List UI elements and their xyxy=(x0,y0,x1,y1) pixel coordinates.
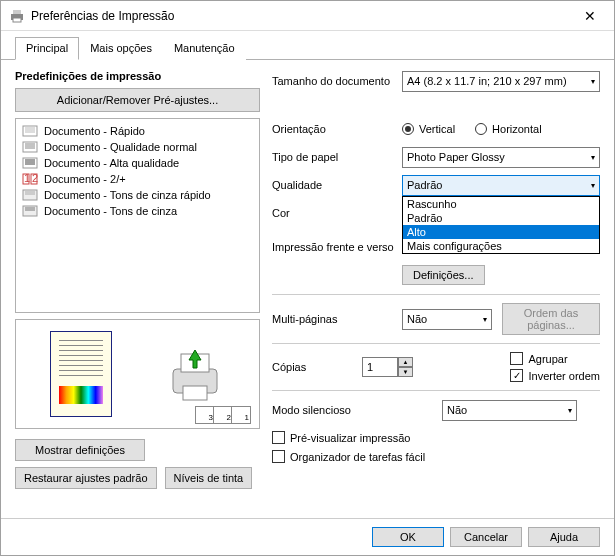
collate-preview-icon: 321 xyxy=(195,406,251,424)
preset-item[interactable]: Documento - Rápido xyxy=(22,123,253,139)
checkbox-icon xyxy=(510,352,523,365)
quality-option-mais[interactable]: Mais configurações xyxy=(403,239,599,253)
collate-checkbox[interactable]: Agrupar xyxy=(510,352,600,365)
titlebar: Preferências de Impressão ✕ xyxy=(1,1,614,31)
preset-item[interactable]: Documento - Qualidade normal xyxy=(22,139,253,155)
radio-icon xyxy=(475,123,487,135)
radio-label: Vertical xyxy=(419,123,455,135)
print-preview-checkbox[interactable]: Pré-visualizar impressão xyxy=(272,431,600,444)
select-value: A4 (8.2 x 11.7 in; 210 x 297 mm) xyxy=(407,75,567,87)
svg-rect-2 xyxy=(13,18,21,22)
ok-button[interactable]: OK xyxy=(372,527,444,547)
orientation-vertical-radio[interactable]: Vertical xyxy=(402,123,455,135)
svg-rect-1 xyxy=(13,10,21,14)
checkbox-label: Inverter ordem xyxy=(528,370,600,382)
gray-doc-icon xyxy=(22,205,38,217)
preset-label: Documento - Tons de cinza rápido xyxy=(44,189,211,201)
select-value: Não xyxy=(407,313,427,325)
add-remove-presets-button[interactable]: Adicionar/Remover Pré-ajustes... xyxy=(15,88,260,112)
paper-type-label: Tipo de papel xyxy=(272,151,402,163)
preset-item[interactable]: Documento - Tons de cinza rápido xyxy=(22,187,253,203)
orientation-horizontal-radio[interactable]: Horizontal xyxy=(475,123,542,135)
select-value: Photo Paper Glossy xyxy=(407,151,505,163)
doc-icon xyxy=(22,141,38,153)
svg-text:1: 1 xyxy=(24,173,30,184)
quiet-mode-select[interactable]: Não▾ xyxy=(442,400,577,421)
tab-principal[interactable]: Principal xyxy=(15,37,79,60)
reverse-order-checkbox[interactable]: Inverter ordem xyxy=(510,369,600,382)
color-label: Cor xyxy=(272,207,402,219)
quality-label: Qualidade xyxy=(272,179,402,191)
presets-list: Documento - Rápido Documento - Qualidade… xyxy=(15,118,260,313)
help-button[interactable]: Ajuda xyxy=(528,527,600,547)
svg-text:2: 2 xyxy=(32,173,38,184)
doc-icon xyxy=(22,157,38,169)
presets-heading: Predefinições de impressão xyxy=(15,70,260,82)
radio-label: Horizontal xyxy=(492,123,542,135)
preset-item[interactable]: 12Documento - 2/+ xyxy=(22,171,253,187)
chevron-down-icon: ▾ xyxy=(591,77,595,86)
radio-icon xyxy=(402,123,414,135)
page-preview-icon xyxy=(50,331,112,417)
close-button[interactable]: ✕ xyxy=(567,1,612,30)
cancel-button[interactable]: Cancelar xyxy=(450,527,522,547)
doc-icon xyxy=(22,125,38,137)
preset-label: Documento - Alta qualidade xyxy=(44,157,179,169)
svg-rect-27 xyxy=(183,386,207,400)
tab-manutencao[interactable]: Manutenção xyxy=(163,37,246,60)
preset-label: Documento - Tons de cinza xyxy=(44,205,177,217)
document-size-label: Tamanho do documento xyxy=(272,75,402,87)
printer-preview-icon xyxy=(165,344,225,404)
checkbox-icon xyxy=(510,369,523,382)
page-order-button[interactable]: Ordem das páginas... xyxy=(502,303,600,335)
dialog-footer: OK Cancelar Ajuda xyxy=(1,518,614,555)
preset-label: Documento - Qualidade normal xyxy=(44,141,197,153)
checkbox-icon xyxy=(272,450,285,463)
spin-down-button[interactable]: ▼ xyxy=(398,367,413,377)
restore-defaults-button[interactable]: Restaurar ajustes padrão xyxy=(15,467,157,489)
chevron-down-icon: ▾ xyxy=(483,315,487,324)
dialog: Preferências de Impressão ✕ Principal Ma… xyxy=(0,0,615,556)
quality-dropdown: Rascunho Padrão Alto Mais configurações xyxy=(402,196,600,254)
printer-icon xyxy=(9,8,25,24)
select-value: Não xyxy=(447,404,467,416)
document-size-select[interactable]: A4 (8.2 x 11.7 in; 210 x 297 mm)▾ xyxy=(402,71,600,92)
orientation-label: Orientação xyxy=(272,123,402,135)
paper-type-select[interactable]: Photo Paper Glossy▾ xyxy=(402,147,600,168)
quality-option-alto[interactable]: Alto xyxy=(403,225,599,239)
checkbox-label: Organizador de tarefas fácil xyxy=(290,451,425,463)
job-organizer-checkbox[interactable]: Organizador de tarefas fácil xyxy=(272,450,600,463)
tab-bar: Principal Mais opções Manutenção xyxy=(1,31,614,60)
preset-item[interactable]: Documento - Tons de cinza xyxy=(22,203,253,219)
quality-option-rascunho[interactable]: Rascunho xyxy=(403,197,599,211)
quality-select[interactable]: Padrão▾ Rascunho Padrão Alto Mais config… xyxy=(402,175,600,196)
show-settings-button[interactable]: Mostrar definições xyxy=(15,439,145,461)
quiet-mode-label: Modo silencioso xyxy=(272,404,442,416)
checkbox-icon xyxy=(272,431,285,444)
duplex-label: Impressão frente e verso xyxy=(272,241,422,253)
chevron-down-icon: ▾ xyxy=(591,181,595,190)
ink-levels-button[interactable]: Níveis de tinta xyxy=(165,467,253,489)
gray-doc-icon xyxy=(22,189,38,201)
chevron-down-icon: ▾ xyxy=(591,153,595,162)
preset-label: Documento - Rápido xyxy=(44,125,145,137)
preview-panel: 321 xyxy=(15,319,260,429)
preset-label: Documento - 2/+ xyxy=(44,173,126,185)
multipage-select[interactable]: Não▾ xyxy=(402,309,492,330)
copies-label: Cópias xyxy=(272,361,352,373)
quality-option-padrao[interactable]: Padrão xyxy=(403,211,599,225)
select-value: Padrão xyxy=(407,179,442,191)
duplex-settings-button[interactable]: Definições... xyxy=(402,265,485,285)
checkbox-label: Pré-visualizar impressão xyxy=(290,432,410,444)
two-up-icon: 12 xyxy=(22,173,38,185)
multipage-label: Multi-páginas xyxy=(272,313,402,325)
preset-item[interactable]: Documento - Alta qualidade xyxy=(22,155,253,171)
spin-up-button[interactable]: ▲ xyxy=(398,357,413,367)
copies-input[interactable] xyxy=(362,357,398,377)
tab-mais-opcoes[interactable]: Mais opções xyxy=(79,37,163,60)
copies-spinner[interactable]: ▲▼ xyxy=(362,357,413,377)
window-title: Preferências de Impressão xyxy=(31,9,567,23)
chevron-down-icon: ▾ xyxy=(568,406,572,415)
checkbox-label: Agrupar xyxy=(528,353,567,365)
